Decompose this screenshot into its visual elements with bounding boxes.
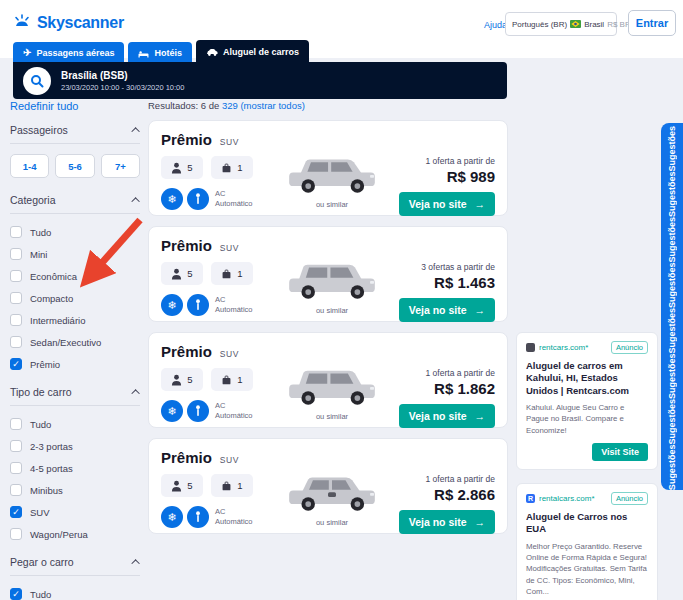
arrow-right-icon: →	[475, 198, 486, 210]
arrow-right-icon: →	[475, 516, 486, 528]
filter-category-sedan-executivo[interactable]: Sedan/Executivo	[10, 334, 140, 350]
bed-icon	[138, 49, 149, 58]
suitcase-icon	[221, 162, 232, 174]
checkbox-icon	[10, 226, 22, 238]
passengers-7plus-button[interactable]: 7+	[101, 154, 140, 178]
results-summary: Resultados: 6 de 329 (mostrar todos)	[148, 100, 508, 111]
suitcase-icon	[221, 480, 232, 492]
car-image	[284, 152, 380, 198]
suitcase-icon	[221, 374, 232, 386]
checkbox-icon	[10, 336, 22, 348]
help-link[interactable]: Ajuda	[484, 20, 507, 30]
car-category: Prêmio	[161, 343, 212, 360]
car-category: Prêmio	[161, 237, 212, 254]
ad-description: Kahului. Alugue Seu Carro e Pague no Bra…	[526, 402, 648, 436]
filter-cartype-wagon-perua[interactable]: Wagon/Perua	[10, 526, 140, 542]
transmission-label: Automático	[215, 199, 253, 208]
person-icon	[171, 480, 182, 492]
show-all-link[interactable]: 329 (mostrar todos)	[222, 100, 305, 111]
section-category-title: Categoria	[10, 194, 56, 206]
suggestions-feedback-tab[interactable]: SugestõesSugestõesSugestõesSugestõesSuge…	[661, 123, 683, 490]
offer-count-text: 1 oferta a partir de	[426, 368, 495, 378]
section-car-type-header[interactable]: Tipo de carro	[10, 386, 140, 406]
ad-title-link[interactable]: Aluguel de Carros nos EUA	[526, 511, 648, 536]
gearshift-icon	[187, 506, 209, 528]
checkbox-label: Prêmio	[30, 359, 60, 370]
filter-cartype-tudo[interactable]: Tudo	[10, 416, 140, 432]
features-text: AC Automático	[215, 507, 253, 527]
person-icon	[171, 162, 182, 174]
person-icon	[171, 268, 182, 280]
gearshift-icon	[187, 400, 209, 422]
tab-hotels[interactable]: Hotéis	[128, 42, 192, 64]
ac-label: AC	[215, 295, 225, 304]
search-icon	[23, 67, 51, 95]
car-image	[284, 364, 380, 410]
section-pickup-header[interactable]: Pegar o carro	[10, 556, 140, 576]
filter-category-compacto[interactable]: Compacto	[10, 290, 140, 306]
checkbox-icon	[10, 314, 22, 326]
view-site-button[interactable]: Veja no site →	[399, 192, 495, 216]
filter-cartype-4-5-portas[interactable]: 4-5 portas	[10, 460, 140, 476]
filter-pickup-tudo[interactable]: Tudo	[10, 586, 140, 600]
filter-category-premio[interactable]: Prêmio	[10, 356, 140, 372]
features-text: AC Automático	[215, 401, 253, 421]
bags-chip: 1	[211, 368, 253, 391]
advertiser-url[interactable]: rentalcars.com*	[539, 494, 607, 503]
advertiser-url[interactable]: rentcars.com*	[539, 343, 607, 352]
car-class: SUV	[220, 243, 239, 253]
reset-all-filters-link[interactable]: Redefinir tudo	[10, 100, 140, 112]
checkbox-icon	[10, 484, 22, 496]
view-site-button[interactable]: Veja no site →	[399, 298, 495, 322]
search-summary-bar[interactable]: Brasília (BSB) 23/03/2020 10:00 - 30/03/…	[13, 62, 507, 99]
tab-car-rental[interactable]: Aluguel de carros	[196, 40, 309, 64]
filter-category-mini[interactable]: Mini	[10, 246, 140, 262]
seats-chip: 5	[161, 156, 203, 179]
section-category-header[interactable]: Categoria	[10, 194, 140, 214]
car-category: Prêmio	[161, 449, 212, 466]
login-button[interactable]: Entrar	[628, 10, 676, 36]
filter-cartype-minibus[interactable]: Minibus	[10, 482, 140, 498]
filter-cartype-2-3-portas[interactable]: 2-3 portas	[10, 438, 140, 454]
locale-selector[interactable]: Português (BR) Brasil R$ BRL	[505, 12, 617, 36]
filter-category-intermediario[interactable]: Intermediário	[10, 312, 140, 328]
filters-sidebar: Redefinir tudo Passageiros 1-4 5-6 7+ Ca…	[10, 100, 140, 600]
passengers-5-6-button[interactable]: 5-6	[55, 154, 94, 178]
ac-snowflake-icon: ❄	[161, 400, 183, 422]
checkbox-icon	[10, 462, 22, 474]
skyscanner-logo[interactable]: Skyscanner	[12, 13, 124, 33]
checkbox-label: Tudo	[30, 419, 51, 430]
price: R$ 1.862	[434, 380, 495, 397]
car-class: SUV	[220, 455, 239, 465]
suggestions-label: SugestõesSugestõesSugestõesSugestõesSuge…	[661, 126, 683, 490]
seats-count: 5	[187, 268, 192, 279]
ad-title-link[interactable]: Aluguel de carros em Kahului, HI, Estado…	[526, 360, 648, 397]
car-category: Prêmio	[161, 131, 212, 148]
similar-note: ou similar	[316, 306, 348, 315]
car-offer-card: Prêmio SUV 5 1	[148, 120, 508, 216]
bags-chip: 1	[211, 262, 253, 285]
price: R$ 989	[447, 168, 495, 185]
checkbox-label: Econômica	[30, 271, 77, 282]
filter-cartype-suv[interactable]: SUV	[10, 504, 140, 520]
passengers-1-4-button[interactable]: 1-4	[10, 154, 49, 178]
visit-site-button[interactable]: Visit Site	[592, 443, 648, 461]
filter-category-economica[interactable]: Econômica	[10, 268, 140, 284]
seats-count: 5	[187, 374, 192, 385]
seats-count: 5	[187, 480, 192, 491]
checkbox-label: 2-3 portas	[30, 441, 73, 452]
similar-note: ou similar	[316, 518, 348, 527]
car-icon	[206, 48, 218, 57]
tab-flights[interactable]: ✈ Passagens aéreas	[13, 42, 124, 64]
section-passengers-header[interactable]: Passageiros	[10, 124, 140, 144]
arrow-right-icon: →	[475, 410, 486, 422]
view-site-button[interactable]: Veja no site →	[399, 510, 495, 534]
checkbox-label: 4-5 portas	[30, 463, 73, 474]
filter-category-tudo[interactable]: Tudo	[10, 224, 140, 240]
suitcase-icon	[221, 268, 232, 280]
car-specs: 5 1 ❄ AC Automát	[161, 368, 281, 428]
results-list: Resultados: 6 de 329 (mostrar todos) Prê…	[148, 100, 508, 544]
bags-count: 1	[237, 374, 242, 385]
view-site-button[interactable]: Veja no site →	[399, 404, 495, 428]
checkbox-icon	[10, 270, 22, 282]
